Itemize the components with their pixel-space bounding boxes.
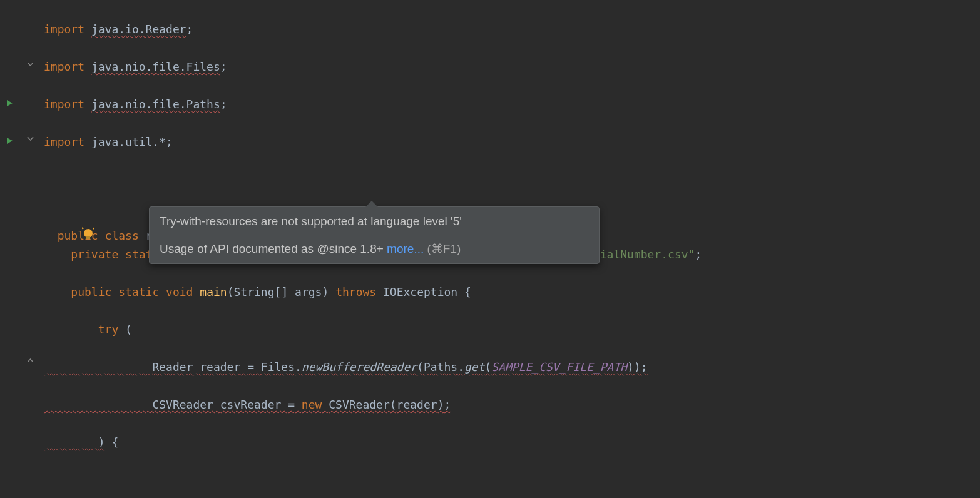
code-line: [44, 170, 974, 189]
code-line: CSVReader csvReader = new CSVReader(read…: [44, 395, 974, 414]
code-line: import java.util.*;: [44, 133, 974, 151]
code-line: public static void main(String[] args) t…: [44, 283, 974, 302]
svg-point-0: [84, 229, 93, 238]
intention-bulb-icon[interactable]: [55, 208, 66, 220]
tooltip-shortcut: (⌘F1): [424, 242, 461, 255]
code-line: ) {: [44, 433, 974, 452]
code-line: import java.nio.file.Paths;: [44, 95, 974, 114]
fold-marker-icon[interactable]: [26, 135, 34, 143]
tooltip-more-link[interactable]: more...: [387, 242, 424, 255]
code-line: Reader reader = Files.newBufferedReader(…: [44, 358, 974, 377]
error-tooltip: Try-with-resources are not supported at …: [149, 206, 600, 264]
code-line: try (: [44, 320, 974, 339]
code-line: import java.nio.file.Files;: [44, 58, 974, 76]
run-method-icon[interactable]: [5, 135, 15, 145]
code-line: import java.io.Reader;: [44, 20, 974, 39]
code-line: [44, 470, 974, 489]
run-class-icon[interactable]: [5, 97, 15, 107]
tooltip-info-text: Usage of API documented as @since 1.8+ m…: [150, 235, 599, 263]
tooltip-error-text: Try-with-resources are not supported at …: [150, 207, 599, 235]
fold-marker-icon[interactable]: [26, 357, 34, 365]
editor-gutter: [0, 0, 38, 498]
fold-marker-icon[interactable]: [26, 60, 34, 68]
svg-rect-1: [86, 236, 90, 239]
